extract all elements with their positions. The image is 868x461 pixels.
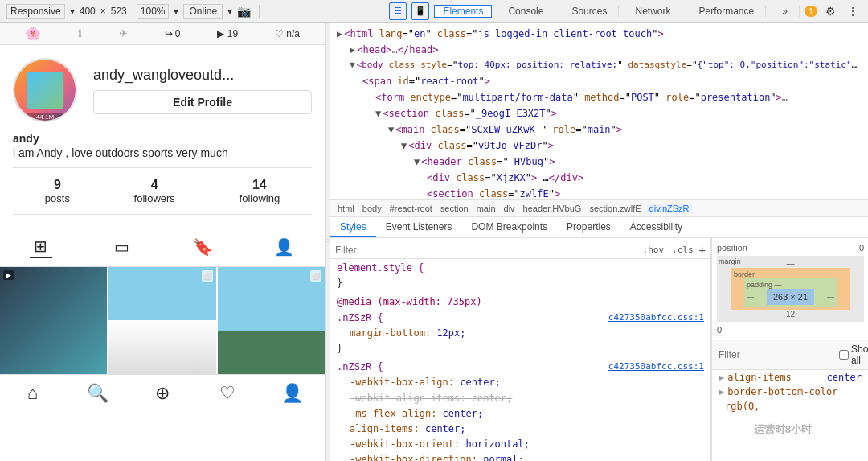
dom-line[interactable]: <section class="zwlfE"> (330, 186, 868, 200)
dom-line[interactable]: ▼<section class="_9eogI E3X2T"> (330, 105, 868, 121)
photo-cell[interactable]: ⬜ (218, 267, 325, 374)
add-style-btn[interactable]: + (699, 245, 706, 256)
person-tag-icon[interactable]: 👤 (273, 236, 296, 258)
show-all-checkbox[interactable] (839, 350, 849, 360)
real-name: andy (13, 132, 312, 145)
chevron-down-icon2: ▾ (174, 6, 178, 17)
css-source-link[interactable]: c427350abfcc.css:1 (608, 311, 704, 325)
devtools-tab-performance[interactable]: Performance (687, 6, 766, 17)
expand-icon[interactable]: ▶ (719, 386, 724, 397)
dom-line[interactable]: ▼<main class="SCxLW uZKwK " role="main"> (330, 121, 868, 138)
breadcrumb-item[interactable]: section (438, 204, 471, 213)
breadcrumb-item[interactable]: main (474, 204, 498, 213)
photo-cell[interactable]: ⬜ (108, 267, 215, 374)
warning-badge: 1 (805, 6, 817, 17)
devtools-tab-elements[interactable]: Elements (434, 5, 492, 18)
devtools-tab-icon-device[interactable]: 📱 (411, 2, 429, 20)
show-all-label: Show all (851, 344, 868, 366)
tab-dom-breakpoints[interactable]: DOM Breakpoints (461, 217, 557, 237)
tab-event-listeners[interactable]: Event Listeners (376, 217, 462, 237)
profile-area: 44.1M andy_wangloveoutd... Edit Profile … (0, 45, 325, 228)
breadcrumb-item[interactable]: body (360, 204, 384, 213)
following-count: 14 (252, 178, 267, 192)
list-view-icon[interactable]: ▭ (111, 236, 133, 258)
styles-filter-input[interactable] (335, 245, 637, 256)
fire-icon: 🌸 (25, 26, 41, 41)
following-stat[interactable]: 14 following (240, 178, 280, 204)
zoom-value[interactable]: 100% (137, 4, 170, 19)
computed-filter-input[interactable] (719, 349, 839, 360)
posts-stat[interactable]: 9 posts (45, 178, 70, 204)
computed-item[interactable]: ▶ align-items center (712, 370, 868, 385)
css-source-link2[interactable]: c427350abfcc.css:1 (608, 360, 704, 374)
breadcrumb-item[interactable]: html (335, 204, 357, 213)
top-toolbar: Responsive ▾ 400 × 523 100% ▾ Online ▾ 📷… (0, 0, 868, 23)
element-style-rule: element.style { } (330, 259, 710, 293)
dimension-sep: × (100, 6, 106, 17)
photo-overlay-1: ▶ (3, 270, 14, 280)
dom-line[interactable]: ▼<body class style="top: 40px; position:… (330, 58, 868, 73)
dom-line[interactable]: ▼<div class="v9tJq VFzDr"> (330, 138, 868, 154)
send-icon[interactable]: ✈ (119, 27, 128, 39)
dom-line[interactable]: ▼<header class=" HVbug"> (330, 154, 868, 170)
tab-styles[interactable]: Styles (330, 217, 376, 237)
photo-grid: ▶ ⬜ ⬜ (0, 267, 325, 374)
bookmark-icon[interactable]: 🔖 (192, 236, 215, 258)
breadcrumb-item[interactable]: header.HVbuG (521, 204, 584, 213)
search-nav-icon[interactable]: 🔍 (84, 383, 110, 404)
devtools-tab-console[interactable]: Console (497, 6, 555, 17)
profile-info: andy i am Andy , love outdoors sports ve… (13, 132, 312, 159)
computed-item[interactable]: rgb(0, (712, 399, 868, 414)
followers-stat[interactable]: 4 followers (134, 178, 175, 204)
avatar: 44.1M (13, 58, 77, 122)
devtools-tab-network[interactable]: Network (624, 6, 682, 17)
devtools-tab-icon-inspect[interactable]: ☰ (389, 2, 407, 20)
mobile-top-bar: 🌸 ℹ ✈ ↪ 0 ▶ 19 ♡ n/a (0, 23, 325, 45)
dom-line[interactable]: <form enctype="multipart/form-data" meth… (330, 89, 868, 105)
screenshot-icon[interactable]: 📷 (237, 5, 251, 18)
mobile-panel: 🌸 ℹ ✈ ↪ 0 ▶ 19 ♡ n/a 44.1M andy_wanglove… (0, 23, 326, 461)
pseudo-hover-btn[interactable]: :hov (641, 244, 667, 256)
tab-accessibility[interactable]: Accessibility (620, 217, 692, 237)
styles-tabs: Styles Event Listeners DOM Breakpoints P… (330, 217, 868, 238)
settings-icon[interactable]: ⚙ (822, 5, 839, 18)
dom-line[interactable]: <span id="react-root"> (330, 73, 868, 89)
dom-line[interactable]: <div class="XjzKX">_…</div> (330, 170, 868, 186)
edit-profile-button[interactable]: Edit Profile (93, 90, 312, 114)
info-icon[interactable]: ℹ (78, 27, 82, 39)
pseudo-cls-btn[interactable]: .cls (669, 244, 696, 256)
posts-count: 9 (54, 178, 61, 192)
grid-view-icon[interactable]: ⊞ (30, 236, 52, 258)
more-options-icon[interactable]: ⋮ (844, 5, 862, 18)
chevron-down-icon3: ▾ (227, 6, 232, 17)
home-nav-icon[interactable]: ⌂ (19, 383, 45, 404)
breadcrumb-item[interactable]: #react-root (387, 204, 435, 213)
filter-bar: :hov .cls + (330, 241, 710, 259)
computed-item[interactable]: ▶ border-bottom-color (712, 385, 868, 399)
photo-overlay-3: ⬜ (310, 270, 321, 282)
height-value: 523 (111, 6, 127, 17)
views-badge: ▶ 19 (217, 28, 238, 39)
online-badge[interactable]: Online (183, 4, 223, 19)
breadcrumb-item[interactable]: div (502, 204, 518, 213)
more-tabs-btn[interactable]: » (771, 6, 800, 17)
dom-line[interactable]: ▶<head>…</head> (330, 42, 868, 58)
add-nav-icon[interactable]: ⊕ (149, 383, 175, 404)
profile-header: 44.1M andy_wangloveoutd... Edit Profile (13, 58, 312, 122)
photo-cell[interactable]: ▶ (0, 267, 107, 374)
devtools-tab-sources[interactable]: Sources (560, 6, 619, 17)
breadcrumb-item-active[interactable]: div.nZSzR (647, 204, 692, 213)
responsive-label[interactable]: Responsive (6, 4, 65, 19)
computed-filter-bar: Show all (712, 340, 868, 370)
followers-label: followers (134, 192, 175, 204)
breadcrumb-item[interactable]: section.zwlfE (587, 204, 643, 213)
profile-nav-icon[interactable]: 👤 (280, 383, 305, 404)
lower-area: :hov .cls + element.style { } @media (ma… (330, 238, 868, 461)
dom-line[interactable]: ▶<html lang="en" class="js logged-in cli… (330, 26, 868, 42)
heart-nav-icon[interactable]: ♡ (215, 383, 240, 404)
tab-properties[interactable]: Properties (557, 217, 620, 237)
expand-icon[interactable]: ▶ (719, 372, 724, 383)
profile-right: andy_wangloveoutd... Edit Profile (93, 67, 312, 114)
position-label: position (717, 243, 747, 253)
position-row: position 0 (717, 243, 864, 253)
